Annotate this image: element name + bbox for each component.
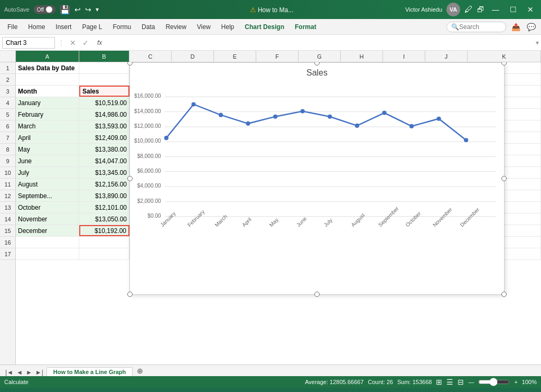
corner-cell[interactable]	[0, 51, 16, 62]
restore-icon[interactable]: 🗗	[477, 5, 484, 14]
chart-handle-br[interactable]	[501, 292, 507, 297]
cell-a3[interactable]: Month	[16, 86, 79, 97]
zoom-plus-icon[interactable]: +	[514, 379, 517, 385]
row-num-13[interactable]: 13	[0, 202, 15, 213]
pen-icon[interactable]: 🖊	[464, 5, 473, 14]
row-num-3[interactable]: 3	[0, 86, 15, 97]
cell-name-input[interactable]	[2, 37, 55, 49]
cancel-formula-button[interactable]: ✕	[68, 39, 78, 47]
cell-b6[interactable]: $13,593.00	[79, 120, 129, 132]
cell-a17[interactable]	[16, 248, 79, 259]
grid-view-icon[interactable]: ⊞	[436, 378, 442, 386]
chart-handle-tl[interactable]	[127, 62, 133, 66]
menu-pagelayout[interactable]: Page L	[77, 21, 107, 33]
cell-b2[interactable]	[79, 74, 129, 85]
cell-b14[interactable]: $13,050.00	[79, 213, 129, 225]
redo-icon[interactable]: ↪	[85, 5, 91, 14]
row-num-6[interactable]: 6	[0, 120, 15, 132]
chart-handle-mr[interactable]	[501, 176, 507, 181]
col-header-f[interactable]: F	[256, 51, 299, 62]
row-num-11[interactable]: 11	[0, 179, 15, 190]
cell-a7[interactable]: April	[16, 132, 79, 143]
tab-last-button[interactable]: ►|	[34, 369, 44, 376]
cell-a6[interactable]: March	[16, 120, 79, 132]
cell-a9[interactable]: June	[16, 155, 79, 166]
col-header-g[interactable]: G	[299, 51, 341, 62]
add-sheet-button[interactable]: ⊕	[133, 366, 147, 376]
cell-b8[interactable]: $13,380.00	[79, 144, 129, 155]
cell-a13[interactable]: October	[16, 202, 79, 213]
undo-icon[interactable]: ↩	[74, 5, 81, 14]
row-num-10[interactable]: 10	[0, 167, 15, 179]
row-num-15[interactable]: 15	[0, 225, 15, 237]
save-icon[interactable]: 💾	[60, 5, 70, 15]
cell-b17[interactable]	[79, 248, 129, 259]
cell-a5[interactable]: February	[16, 109, 79, 120]
row-num-1[interactable]: 1	[0, 62, 15, 74]
row-num-8[interactable]: 8	[0, 144, 15, 155]
menu-view[interactable]: View	[192, 21, 216, 33]
cell-a11[interactable]: August	[16, 179, 79, 190]
row-num-9[interactable]: 9	[0, 155, 15, 167]
row-num-12[interactable]: 12	[0, 190, 15, 202]
cell-b9[interactable]: $14,047.00	[79, 155, 129, 166]
col-header-h[interactable]: H	[341, 51, 383, 62]
tab-first-button[interactable]: |◄	[4, 369, 14, 376]
user-avatar[interactable]: VA	[446, 3, 460, 16]
col-header-b[interactable]: B	[79, 51, 129, 62]
col-header-j[interactable]: J	[425, 51, 468, 62]
cell-b7[interactable]: $12,409.00	[79, 132, 129, 143]
cell-b4[interactable]: $10,519.00	[79, 97, 129, 108]
row-num-17[interactable]: 17	[0, 248, 15, 260]
cell-b3[interactable]: Sales	[79, 86, 129, 97]
chart-handle-bl[interactable]	[127, 292, 133, 297]
cell-a12[interactable]: Septembe...	[16, 190, 79, 201]
row-num-14[interactable]: 14	[0, 213, 15, 225]
cell-b13[interactable]: $12,101.00	[79, 202, 129, 213]
col-header-d[interactable]: D	[172, 51, 214, 62]
cell-a2[interactable]	[16, 74, 79, 85]
chart-handle-bc[interactable]	[314, 292, 320, 297]
row-num-16[interactable]: 16	[0, 237, 15, 248]
cell-a15[interactable]: December	[16, 225, 79, 236]
cell-b15[interactable]: $10,192.00	[79, 225, 129, 236]
menu-file[interactable]: File	[2, 21, 23, 33]
col-header-c[interactable]: C	[129, 51, 172, 62]
menu-home[interactable]: Home	[23, 21, 50, 33]
menu-data[interactable]: Data	[136, 21, 160, 33]
formula-input[interactable]	[108, 39, 534, 46]
tab-prev-button[interactable]: ◄	[15, 369, 24, 376]
col-header-i[interactable]: I	[383, 51, 425, 62]
formula-expand-icon[interactable]: ▾	[536, 39, 539, 46]
cell-a4[interactable]: January	[16, 97, 79, 108]
cell-b10[interactable]: $13,345.00	[79, 167, 129, 178]
cell-b5[interactable]: $14,986.00	[79, 109, 129, 120]
cell-b12[interactable]: $13,890.00	[79, 190, 129, 201]
close-button[interactable]: ✕	[524, 4, 537, 15]
row-num-4[interactable]: 4	[0, 97, 15, 109]
menu-format[interactable]: Format	[290, 21, 322, 33]
chart-container[interactable]: Sales $16,000.00 $14,000.00 $12,000.00 $…	[129, 62, 505, 295]
col-header-k[interactable]: K	[468, 51, 541, 62]
cell-a8[interactable]: May	[16, 144, 79, 155]
menu-chartdesign[interactable]: Chart Design	[239, 21, 290, 33]
row-num-2[interactable]: 2	[0, 74, 15, 86]
menu-review[interactable]: Review	[160, 21, 191, 33]
row-num-7[interactable]: 7	[0, 132, 15, 144]
share-icon[interactable]: 📤	[508, 21, 524, 33]
confirm-formula-button[interactable]: ✓	[80, 39, 91, 47]
minimize-button[interactable]: —	[489, 4, 502, 15]
menu-help[interactable]: Help	[216, 21, 240, 33]
search-box[interactable]: 🔍	[446, 22, 506, 32]
chart-handle-ml[interactable]	[127, 176, 133, 181]
tab-next-button[interactable]: ►	[25, 369, 33, 376]
menu-insert[interactable]: Insert	[50, 21, 77, 33]
more-icon[interactable]: ▾	[96, 6, 99, 13]
page-break-icon[interactable]: ⊟	[458, 378, 464, 386]
comment-icon[interactable]: 💬	[524, 21, 539, 33]
autosave-toggle[interactable]: Off	[34, 5, 55, 14]
col-header-a[interactable]: A	[16, 51, 79, 62]
zoom-slider[interactable]	[478, 378, 510, 386]
cell-a14[interactable]: November	[16, 213, 79, 225]
cell-b11[interactable]: $12,156.00	[79, 179, 129, 190]
